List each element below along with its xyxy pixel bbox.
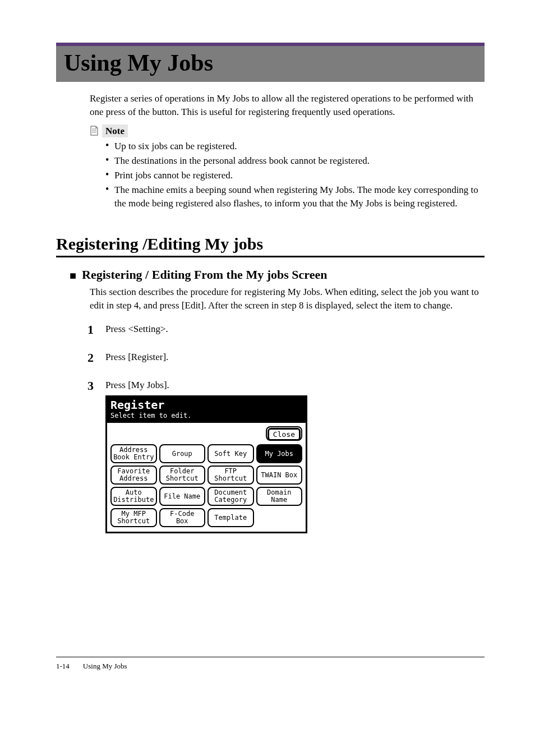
- device-title: Register: [110, 399, 302, 411]
- device-grid-button[interactable]: File Name: [159, 487, 206, 506]
- note-list: Up to six jobs can be registered. The de…: [105, 140, 479, 210]
- chapter-title: Using My Jobs: [64, 49, 477, 76]
- device-grid-button[interactable]: F-CodeBox: [159, 508, 206, 527]
- device-header: Register Select item to edit.: [107, 397, 306, 423]
- note-item: The destinations in the personal address…: [105, 154, 479, 168]
- step-text: Press [Register].: [105, 352, 168, 362]
- device-button-grid: AddressBook EntryGroupSoft KeyMy JobsFav…: [107, 442, 306, 532]
- note-label: Note: [105, 126, 124, 136]
- device-close-button[interactable]: Close: [266, 426, 302, 441]
- device-grid-button[interactable]: My MFPShortcut: [110, 508, 157, 527]
- device-grid-button[interactable]: FolderShortcut: [159, 465, 206, 485]
- square-bullet-icon: ■: [70, 270, 76, 281]
- device-grid-button[interactable]: DomainName: [256, 487, 303, 506]
- device-grid-button[interactable]: AddressBook Entry: [110, 444, 157, 463]
- note-item: Up to six jobs can be registered.: [105, 140, 479, 153]
- chapter-title-banner: Using My Jobs: [56, 43, 485, 82]
- footer-page-number: 1-14: [56, 662, 70, 671]
- note-paper-icon: [90, 126, 99, 136]
- device-screenshot: Register Select item to edit. Close Addr…: [105, 395, 307, 533]
- device-subtitle: Select item to edit.: [110, 412, 302, 420]
- note-item: Print jobs cannot be registered.: [105, 169, 479, 182]
- step-text: Press <Setting>.: [105, 324, 168, 334]
- device-grid-button[interactable]: FavoriteAddress: [110, 465, 157, 485]
- page-footer: 1-14 Using My Jobs: [56, 657, 485, 671]
- step-item: Press [Register].: [87, 352, 485, 363]
- device-grid-button[interactable]: Template: [207, 508, 254, 527]
- subsection-heading-row: ■ Registering / Editing From the My jobs…: [70, 268, 485, 282]
- device-grid-button[interactable]: TWAIN Box: [256, 465, 303, 485]
- device-close-label: Close: [268, 428, 301, 441]
- device-grid-button[interactable]: AutoDistribute: [110, 487, 157, 506]
- step-item: Press [My Jobs]. Register Select item to…: [87, 380, 485, 533]
- note-heading: Note: [90, 125, 479, 138]
- step-item: Press <Setting>.: [87, 324, 485, 335]
- intro-paragraph: Register a series of operations in My Jo…: [90, 92, 479, 119]
- footer-chapter-title: Using My Jobs: [83, 662, 127, 671]
- section-heading: Registering /Editing My jobs: [56, 234, 485, 257]
- step-text: Press [My Jobs].: [105, 380, 169, 390]
- subsection-body: This section describes the procedure for…: [90, 285, 479, 312]
- device-grid-empty-cell: [256, 508, 303, 527]
- step-list: Press <Setting>. Press [Register]. Press…: [87, 324, 485, 533]
- device-grid-button[interactable]: FTPShortcut: [207, 465, 254, 485]
- device-grid-button[interactable]: DocumentCategory: [207, 487, 254, 506]
- subsection-heading: Registering / Editing From the My jobs S…: [82, 268, 327, 282]
- device-grid-button[interactable]: Group: [159, 444, 206, 463]
- note-item: The machine emits a beeping sound when r…: [105, 183, 479, 210]
- device-grid-button[interactable]: Soft Key: [207, 444, 254, 463]
- device-grid-button[interactable]: My Jobs: [256, 444, 303, 463]
